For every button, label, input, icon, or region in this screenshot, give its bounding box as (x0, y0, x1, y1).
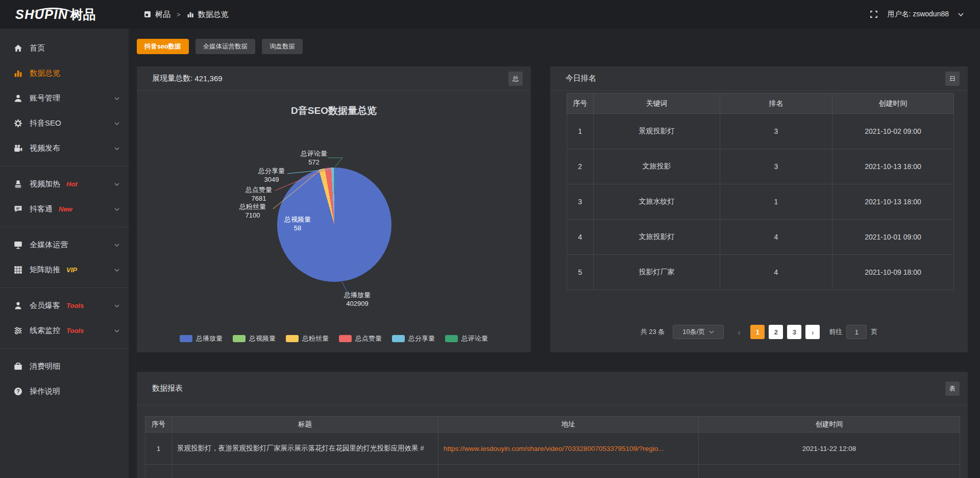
pie-label-total-comments: 总评论量 572 (301, 149, 327, 166)
bar-chart-icon (14, 69, 22, 78)
breadcrumb-separator: > (177, 11, 181, 18)
username-label[interactable]: 用户名: zswodun88 (887, 10, 949, 19)
logo-text-cn: 树品 (70, 6, 95, 23)
legend-item[interactable]: 总粉丝量 (286, 334, 329, 343)
table-row (145, 465, 960, 478)
col-header-no: 序号 (145, 417, 172, 433)
pie-label-total-likes: 总点赞量 7681 (246, 185, 272, 203)
hot-badge: Hot (66, 180, 78, 188)
sidebar-item-member-baoke[interactable]: 会员爆客 Tools (0, 293, 129, 318)
legend-item[interactable]: 总视频量 (233, 334, 276, 343)
report-panel-header: 数据报表 表 (137, 372, 968, 405)
impressions-total-label: 展现量总数: (152, 74, 192, 83)
user-icon (14, 94, 22, 103)
chevron-down-icon (114, 329, 119, 332)
legend-swatch (445, 335, 458, 342)
legend-label: 总粉丝量 (302, 334, 329, 343)
chart-title: D音SEO数据量总览 (137, 104, 531, 117)
tab-all-media-data[interactable]: 全媒体运营数据 (195, 39, 256, 54)
tab-inquiry-data[interactable]: 询盘数据 (262, 39, 303, 54)
question-circle-icon: ? (14, 387, 22, 396)
app-square-icon (144, 11, 151, 18)
video-camera-icon (14, 144, 22, 153)
col-header-title: 标题 (172, 417, 438, 433)
goto-page-input[interactable] (846, 325, 867, 339)
chevron-down-icon (114, 147, 119, 150)
sidebar-item-account-management[interactable]: 账号管理 (0, 86, 129, 111)
table-view-button[interactable]: 表 (945, 381, 960, 396)
caret-down-icon[interactable] (958, 13, 964, 16)
goto-label: 前往 (829, 327, 842, 337)
home-icon (14, 44, 22, 53)
report-table: 序号 标题 地址 创建时间 1 景观投影灯，夜游景观投影灯厂家展示展示落花灯在花… (145, 416, 960, 478)
sidebar-item-matrix-boost[interactable]: 矩阵助推 VIP (0, 257, 129, 282)
sidebar-divider (0, 227, 129, 227)
legend-item[interactable]: 总点赞量 (339, 334, 382, 343)
col-header-created: 创建时间 (699, 417, 960, 433)
stamp-icon (14, 180, 22, 188)
page-button-1[interactable]: 1 (750, 325, 765, 339)
next-page-button[interactable]: › (805, 325, 820, 339)
app-logo[interactable]: SHUPIN 树品 (0, 6, 129, 23)
prev-page-button[interactable]: ‹ (732, 325, 746, 339)
tools-badge: Tools (66, 302, 84, 309)
today-ranking-panel: 今日排名 日 序号 关键词 排名 创建时间 1 景观投影灯 3 2021-10-… (550, 66, 968, 352)
col-header-rank: 排名 (720, 93, 832, 114)
pagination: 共 23 条 10条/页 ‹ 1 2 3 › 前往 页 (550, 325, 968, 339)
legend-swatch (392, 335, 405, 342)
legend-item[interactable]: 总评论量 (445, 334, 488, 343)
pie-label-total-fans: 总粉丝量 7100 (239, 202, 266, 220)
top-header: SHUPIN 树品 树品 > 数据总览 用户名: zswodun88 (0, 0, 980, 29)
table-row: 4 文旅投影灯 4 2021-10-01 09:00 (567, 220, 954, 255)
sidebar-item-video-publish[interactable]: 视频发布 (0, 136, 129, 161)
report-panel-title: 数据报表 (152, 384, 183, 393)
ranking-panel-title: 今日排名 (566, 74, 596, 83)
data-type-tabs: 抖音seo数据 全媒体运营数据 询盘数据 (137, 39, 303, 54)
sidebar-item-video-heating[interactable]: 视频加热 Hot (0, 172, 129, 197)
sidebar-item-all-media-operation[interactable]: 全媒体运营 (0, 232, 129, 257)
sidebar-item-instructions[interactable]: ? 操作说明 (0, 379, 129, 404)
chevron-down-icon (114, 208, 119, 211)
sidebar-item-douyin-seo[interactable]: 抖音SEO (0, 111, 129, 136)
vip-badge: VIP (66, 266, 77, 274)
monitor-icon (14, 241, 22, 249)
pie-chart-area: D音SEO数据量总览 总播放量 402909 总视频量 58 总粉丝量 7100… (137, 91, 531, 352)
legend-item[interactable]: 总播放量 (180, 334, 223, 343)
report-url-cell: https://www.iesdouyin.com/share/video/70… (438, 433, 699, 465)
fullscreen-icon[interactable] (870, 10, 878, 18)
gear-icon (14, 119, 22, 128)
sidebar-item-consumption-details[interactable]: 消费明细 (0, 354, 129, 379)
goto-page-group: 前往 页 (829, 325, 877, 339)
total-view-button[interactable]: 总 (508, 71, 523, 86)
page-button-3[interactable]: 3 (787, 325, 801, 339)
legend-item[interactable]: 总分享量 (392, 334, 435, 343)
ranking-table-header-row: 序号 关键词 排名 创建时间 (567, 93, 954, 114)
svg-text:?: ? (16, 389, 19, 394)
sidebar-item-doukertong[interactable]: 抖客通 New (0, 197, 129, 222)
col-header-created: 创建时间 (832, 93, 954, 114)
overview-panel-header: 展现量总数: 421,369 总 (137, 66, 531, 91)
table-row: 3 文旅水纹灯 1 2021-10-13 18:00 (567, 184, 954, 220)
ranking-table: 序号 关键词 排名 创建时间 1 景观投影灯 3 2021-10-02 09:0… (567, 93, 954, 290)
sliders-icon (14, 326, 22, 335)
page-size-select[interactable]: 10条/页 (673, 325, 724, 339)
table-row: 1 景观投影灯，夜游景观投影灯厂家展示展示落花灯在花园里的灯光投影应用效果 # … (145, 433, 960, 465)
day-view-button[interactable]: 日 (945, 71, 960, 86)
sidebar-item-home[interactable]: 首页 (0, 36, 129, 61)
goto-unit: 页 (871, 327, 877, 337)
grid-icon (14, 266, 22, 274)
sidebar-item-lead-monitoring[interactable]: 线索监控 Tools (0, 318, 129, 343)
table-row: 1 景观投影灯 3 2021-10-02 09:00 (567, 114, 954, 149)
chevron-down-icon (114, 269, 119, 272)
video-share-link[interactable]: https://www.iesdouyin.com/share/video/70… (444, 445, 664, 452)
user-prefix: 用户名: (887, 10, 911, 18)
breadcrumb-root[interactable]: 树品 (155, 10, 170, 19)
tools-badge: Tools (66, 327, 84, 334)
sidebar-item-data-overview[interactable]: 数据总览 (0, 61, 129, 86)
chevron-down-icon (114, 244, 119, 247)
tab-douyin-seo-data[interactable]: 抖音seo数据 (137, 39, 189, 54)
sidebar-divider (0, 166, 129, 166)
chevron-down-icon (114, 183, 119, 186)
page-button-2[interactable]: 2 (769, 325, 783, 339)
sidebar: 首页 数据总览 账号管理 抖音SEO 视频发布 视频加热 Hot 抖客通 New… (0, 29, 129, 478)
